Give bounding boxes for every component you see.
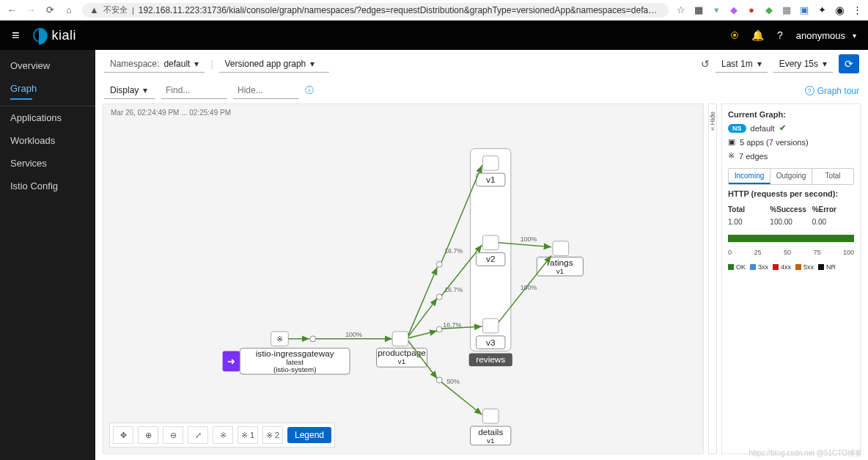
user-menu[interactable]: anonymous: [796, 30, 856, 41]
ext-icon-4[interactable]: ●: [746, 5, 757, 15]
svg-text:100%: 100%: [345, 331, 362, 338]
ext-icon-1[interactable]: ▦: [694, 5, 704, 15]
sidebar-item-applications[interactable]: Applications: [0, 106, 95, 129]
graph-tour-link[interactable]: Graph tour: [805, 86, 859, 96]
help-icon[interactable]: ?: [777, 29, 783, 41]
graph-canvas[interactable]: Mar 26, 02:24:49 PM ... 02:25:49 PM ➜ is…: [103, 103, 704, 454]
zoom-in-button[interactable]: ⊕: [138, 426, 158, 444]
history-icon[interactable]: ↺: [701, 58, 710, 70]
refresh-button[interactable]: ⟳: [839, 54, 859, 73]
sidebar-item-services[interactable]: Services: [0, 152, 95, 175]
bell-icon[interactable]: 🔔: [751, 29, 764, 41]
ext-icon-7[interactable]: ▣: [799, 5, 809, 15]
url-text: 192.168.11.223:31736/kiali/console/graph…: [139, 5, 661, 15]
home-icon[interactable]: ⌂: [63, 4, 75, 15]
svg-text:(istio-system): (istio-system): [273, 365, 317, 373]
svg-point-15: [436, 326, 442, 332]
node-reviews-v1[interactable]: [482, 156, 499, 170]
pan-button[interactable]: ✥: [113, 426, 133, 444]
check-icon: ✔: [779, 123, 786, 133]
namespace-select[interactable]: Namespace: default ▾: [104, 56, 205, 73]
svg-text:reviews: reviews: [476, 354, 505, 365]
sidebar-item-graph[interactable]: Graph: [0, 77, 95, 106]
svg-point-13: [436, 261, 442, 267]
http-header: HTTP (requests per second):: [728, 189, 854, 198]
sidebar-item-workloads[interactable]: Workloads: [0, 129, 95, 152]
puzzle-icon[interactable]: ✦: [817, 5, 827, 15]
chevron-down-icon: ▾: [757, 59, 762, 69]
panel-collapse[interactable]: « Hide: [708, 103, 717, 454]
hamburger-icon[interactable]: ≡: [12, 28, 20, 43]
node-reviews-v2[interactable]: [482, 236, 499, 250]
insecure-icon: ▲: [89, 4, 99, 15]
url-bar[interactable]: ▲ 不安全 | 192.168.11.223:31736/kiali/conso…: [82, 3, 669, 18]
chart-axis: 0 25 50 75 100: [728, 249, 854, 256]
tab-outgoing[interactable]: Outgoing: [770, 169, 812, 184]
chevron-down-icon: ▾: [194, 59, 199, 69]
forward-icon[interactable]: →: [25, 4, 37, 15]
svg-text:v1: v1: [486, 175, 495, 185]
network-icon: ※: [276, 335, 283, 343]
chart-legend: OK 3xx 4xx 5xx NR: [728, 263, 854, 271]
chevron-down-icon: ▾: [823, 59, 827, 69]
info-icon[interactable]: ⓘ: [305, 84, 314, 97]
tab-incoming[interactable]: Incoming: [729, 169, 770, 184]
github-icon[interactable]: ◉: [834, 5, 845, 15]
node-reviews-v3[interactable]: [482, 318, 499, 333]
svg-text:100%: 100%: [521, 284, 537, 291]
status-indicator-icon[interactable]: [731, 32, 738, 39]
svg-text:v1: v1: [398, 357, 405, 365]
canvas-toolbar: ✥ ⊕ ⊖ ⤢ ※ ※ 1 ※ 2 Legend: [109, 423, 335, 448]
find-input[interactable]: [161, 82, 227, 99]
ext-icon-3[interactable]: ◆: [729, 5, 739, 15]
layout-2-button[interactable]: ※ 2: [262, 426, 283, 444]
layout-1-button[interactable]: ※ 1: [238, 426, 258, 444]
svg-text:v3: v3: [486, 337, 496, 348]
menu-icon[interactable]: ⋮: [852, 5, 862, 15]
toolbar-row-1: Namespace: default ▾ | Versioned app gra…: [95, 50, 868, 78]
svg-text:100%: 100%: [521, 236, 537, 243]
ext-icon-2[interactable]: ▾: [711, 5, 721, 15]
tab-total[interactable]: Total: [812, 169, 853, 184]
sidebar-item-overview[interactable]: Overview: [0, 54, 95, 77]
fit-button[interactable]: ⤢: [188, 426, 208, 444]
svg-line-23: [408, 331, 437, 338]
namespace-name[interactable]: default: [751, 124, 775, 133]
back-icon[interactable]: ←: [6, 4, 18, 15]
svg-line-20: [408, 299, 437, 337]
main: Namespace: default ▾ | Versioned app gra…: [95, 50, 868, 460]
svg-text:50%: 50%: [446, 378, 460, 385]
kiali-logo-icon: [33, 28, 48, 43]
apps-count: 5 apps (7 versions): [740, 138, 809, 147]
arrow-right-icon: ➜: [227, 356, 235, 367]
sidebar-item-istio-config[interactable]: Istio Config: [0, 175, 95, 197]
node-productpage[interactable]: [392, 332, 408, 346]
ext-icon-6[interactable]: ▦: [781, 5, 792, 15]
layout-default-button[interactable]: ※: [213, 426, 233, 444]
svg-text:16.7%: 16.7%: [443, 321, 461, 329]
hide-input[interactable]: [233, 82, 299, 99]
browser-chrome: ← → ⟳ ⌂ ▲ 不安全 | 192.168.11.223:31736/kia…: [0, 0, 868, 21]
legend-button[interactable]: Legend: [287, 427, 331, 443]
bookmark-icon[interactable]: ☆: [676, 5, 686, 15]
chevron-down-icon: ▾: [310, 59, 315, 69]
ext-icon-5[interactable]: ◆: [764, 5, 774, 15]
display-select[interactable]: Display ▾: [104, 82, 155, 99]
time-range-select[interactable]: Last 1m ▾: [716, 56, 768, 73]
node-details[interactable]: [482, 409, 499, 423]
svg-text:v1: v1: [556, 267, 564, 275]
brand-logo[interactable]: kiali: [33, 28, 77, 43]
node-ratings[interactable]: [553, 241, 569, 256]
svg-text:16.7%: 16.7%: [444, 248, 463, 255]
svg-text:16.7%: 16.7%: [444, 286, 463, 293]
zoom-out-button[interactable]: ⊖: [163, 426, 183, 444]
svg-text:v2: v2: [486, 254, 495, 264]
refresh-interval-select[interactable]: Every 15s ▾: [773, 56, 833, 73]
stats-header: Total %Success %Error: [728, 205, 854, 213]
cube-icon: ▣: [728, 137, 735, 147]
brand-name: kiali: [52, 28, 77, 43]
reload-icon[interactable]: ⟳: [44, 4, 56, 15]
stats-row: 1.00 100.00 0.00: [728, 218, 854, 226]
graph-type-select[interactable]: Versioned app graph ▾: [219, 56, 329, 73]
namespace-badge: NS: [728, 124, 746, 133]
